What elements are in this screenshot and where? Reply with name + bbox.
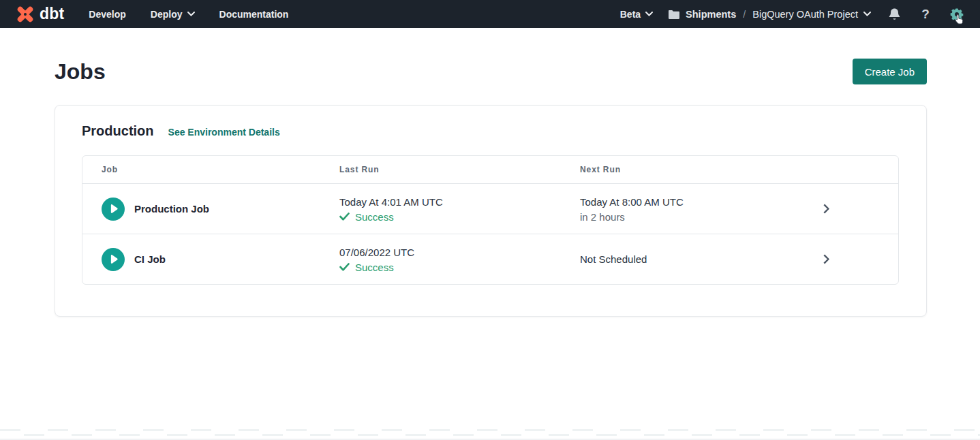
nav-item-label: Develop — [89, 9, 125, 20]
nav-item-label: Deploy — [151, 9, 183, 20]
top-nav: dbt Develop Deploy Documentation Beta Sh… — [0, 0, 980, 28]
row-detail-chevron[interactable] — [786, 254, 898, 264]
nav-links: Develop Deploy Documentation — [89, 9, 288, 20]
last-run-time: 07/06/2022 UTC — [339, 246, 580, 260]
environment-card: Production See Environment Details Job L… — [55, 105, 927, 317]
jobs-table-header: Job Last Run Next Run — [82, 156, 898, 183]
notifications-button[interactable] — [886, 6, 902, 22]
job-cell: CI Job — [82, 248, 339, 271]
row-detail-chevron[interactable] — [786, 204, 898, 214]
next-run-cell: Today At 8:00 AM UTC in 2 hours — [580, 195, 786, 223]
run-job-button[interactable] — [102, 198, 125, 221]
column-header-job: Job — [82, 165, 339, 174]
page-title: Jobs — [55, 59, 106, 84]
chevron-down-icon — [187, 12, 195, 16]
nav-item-label: Documentation — [219, 9, 289, 20]
page-header: Jobs Create Job — [55, 59, 927, 84]
column-header-last-run: Last Run — [339, 165, 580, 174]
help-button[interactable]: ? — [917, 6, 934, 22]
bell-icon — [888, 7, 901, 21]
create-job-button[interactable]: Create Job — [853, 59, 927, 84]
dbt-logo-text: dbt — [40, 5, 64, 23]
breadcrumb-project: Shipments — [686, 9, 736, 20]
cursor-pointer — [955, 14, 964, 25]
status-badge: Success — [355, 211, 394, 223]
dbt-logo-icon — [16, 5, 34, 23]
column-header-next-run: Next Run — [580, 165, 786, 174]
next-run-relative: in 2 hours — [580, 211, 786, 223]
play-icon — [109, 204, 118, 214]
settings-button[interactable] — [949, 6, 965, 22]
beta-dropdown[interactable]: Beta — [620, 9, 653, 20]
see-environment-details-link[interactable]: See Environment Details — [168, 127, 280, 138]
last-run-cell: 07/06/2022 UTC Success — [339, 246, 580, 273]
check-icon — [339, 263, 350, 271]
next-run-time: Not Scheduled — [580, 253, 786, 266]
next-run-time: Today At 8:00 AM UTC — [580, 195, 786, 209]
folder-icon — [668, 10, 680, 19]
project-breadcrumb[interactable]: Shipments / BigQuery OAuth Project — [668, 9, 871, 20]
breadcrumb-separator: / — [741, 9, 747, 20]
environment-card-header: Production See Environment Details — [82, 123, 899, 139]
beta-label: Beta — [620, 9, 641, 20]
nav-right: Beta Shipments / BigQuery OAuth Project … — [620, 6, 965, 22]
job-cell: Production Job — [82, 198, 339, 221]
table-row-production-job[interactable]: Production Job Today At 4:01 AM UTC Succ… — [82, 183, 898, 234]
last-run-time: Today At 4:01 AM UTC — [339, 195, 580, 209]
job-name: Production Job — [134, 203, 209, 215]
play-icon — [109, 255, 118, 264]
run-job-button[interactable] — [102, 248, 125, 271]
chevron-right-icon — [823, 254, 829, 264]
environment-title: Production — [82, 123, 154, 139]
nav-item-documentation[interactable]: Documentation — [219, 9, 289, 20]
page-bottom-artifact — [0, 429, 980, 440]
chevron-down-icon — [645, 12, 653, 16]
help-icon: ? — [921, 7, 930, 20]
next-run-cell: Not Scheduled — [580, 253, 786, 266]
breadcrumb-environment: BigQuery OAuth Project — [752, 9, 858, 20]
dbt-logo[interactable]: dbt — [16, 5, 64, 23]
chevron-right-icon — [823, 204, 829, 214]
last-run-cell: Today At 4:01 AM UTC Success — [339, 195, 580, 223]
nav-item-develop[interactable]: Develop — [89, 9, 125, 20]
nav-item-deploy[interactable]: Deploy — [151, 9, 195, 20]
check-icon — [339, 213, 350, 221]
table-row-ci-job[interactable]: CI Job 07/06/2022 UTC Success Not Schedu… — [82, 234, 898, 284]
jobs-table: Job Last Run Next Run Production Job Tod… — [82, 155, 899, 285]
status-badge: Success — [355, 262, 394, 273]
job-name: CI Job — [134, 253, 166, 265]
chevron-down-icon — [863, 12, 871, 16]
